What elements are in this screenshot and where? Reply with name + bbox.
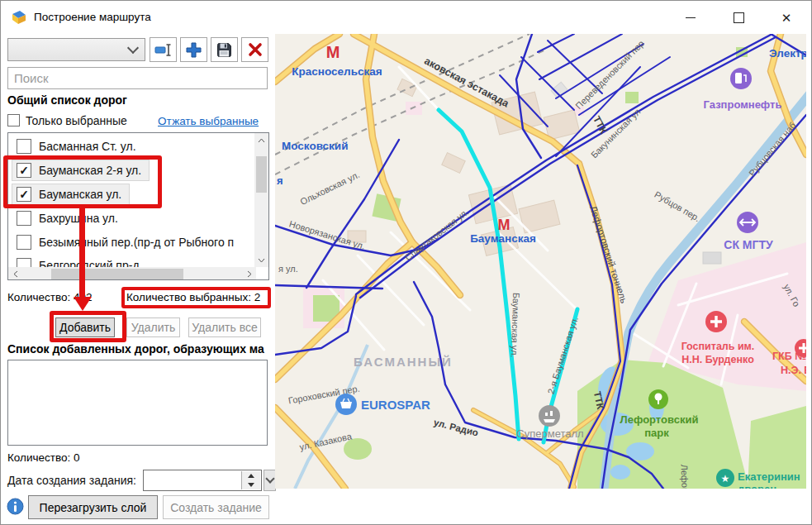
- only-selected-label: Только выбранные: [26, 114, 127, 127]
- only-selected-checkbox[interactable]: [7, 114, 20, 126]
- map-label-ya-ul: я ул.: [278, 264, 298, 274]
- rename-route-button[interactable]: [150, 37, 177, 62]
- added-section-title: Список добавленных дорог, образующих ма: [7, 342, 269, 356]
- annotation-box-selected-roads: [3, 155, 162, 208]
- map-label-elektro: Электр: [769, 47, 806, 60]
- scroll-thumb[interactable]: [256, 156, 267, 193]
- plus-icon: [185, 41, 202, 59]
- map-svg: М М: [275, 34, 806, 489]
- vertical-scrollbar[interactable]: [254, 133, 268, 267]
- item-checkbox[interactable]: [17, 211, 31, 226]
- map-label-gazprom: Газпромнефть: [704, 98, 782, 111]
- search-input[interactable]: [7, 67, 268, 89]
- added-roads-list[interactable]: [7, 360, 268, 446]
- metro-icon: М: [326, 43, 340, 61]
- scroll-down-icon[interactable]: [254, 253, 268, 267]
- add-route-button[interactable]: [180, 37, 207, 62]
- item-checkbox[interactable]: [17, 139, 31, 154]
- map-label-ya: я: [277, 174, 283, 187]
- spin-up-icon[interactable]: [242, 471, 260, 480]
- close-icon: ✕: [781, 12, 792, 24]
- date-dropdown-button[interactable]: [264, 470, 276, 491]
- map-label-sk-mgtu: СК МГТУ: [724, 238, 773, 251]
- chevron-down-icon: [127, 42, 139, 54]
- gas-station-icon: [730, 68, 752, 89]
- item-label: Бахрушина ул.: [39, 212, 118, 225]
- delete-all-button: Удалить все: [188, 317, 261, 337]
- map-label-gkb: ГКБ №: [772, 351, 806, 362]
- red-x-icon: [247, 41, 264, 58]
- unselect-all-link[interactable]: Отжать выбранные: [158, 115, 259, 127]
- annotation-arrow-line: [79, 208, 85, 298]
- scroll-thumb[interactable]: [51, 269, 183, 279]
- map-label-baumanskaya-station: Бауманская: [470, 232, 536, 245]
- item-label: Безымянный пер.(пр-д от Рыбного п: [39, 236, 234, 249]
- maximize-icon: [734, 12, 744, 23]
- hospital-icon: [705, 311, 727, 332]
- map-label-basmanny: БАСМАННЫЙ: [354, 355, 453, 369]
- save-icon: [216, 41, 233, 59]
- spin-down-icon[interactable]: [242, 480, 260, 489]
- task-date-input[interactable]: [143, 470, 262, 491]
- scroll-right-icon[interactable]: [242, 267, 256, 280]
- item-checkbox[interactable]: [17, 235, 31, 250]
- task-date-label: Дата создания задания:: [7, 474, 136, 487]
- map-label-supermetall: Суперметалл: [516, 427, 583, 440]
- palace-icon: ★: [716, 469, 734, 487]
- added-count: Количество: 0: [7, 451, 80, 464]
- chevron-down-icon: [265, 474, 274, 483]
- list-item[interactable]: Бахрушина ул.: [12, 207, 126, 230]
- minimize-button[interactable]: [672, 1, 710, 34]
- map-canvas[interactable]: М М: [275, 34, 806, 489]
- scroll-left-icon[interactable]: [8, 267, 22, 280]
- minimize-icon: [686, 17, 696, 18]
- map-label-lefort-park2: парк: [644, 427, 669, 439]
- window-title: Построение маршрута: [34, 11, 151, 23]
- roads-section-title: Общий список дорог: [7, 93, 127, 107]
- map-label-eurospar: EUROSPAR: [361, 398, 430, 412]
- rename-icon: [154, 41, 172, 59]
- sport-complex-icon: [737, 212, 758, 233]
- scroll-up-icon[interactable]: [254, 133, 268, 147]
- map-label-gospital2: Н.Н. Бурденко: [681, 354, 754, 365]
- map-label-gkb2: Н.Э. Ба: [781, 365, 806, 376]
- route-builder-window: Построение маршрута ✕ Общий списо: [0, 0, 812, 525]
- map-label-gospital: Госпиталь им.: [681, 341, 755, 352]
- map-label-krasnoselskaya: Красносельская: [292, 65, 382, 78]
- list-item[interactable]: Безымянный пер.(пр-д от Рыбного п: [12, 231, 242, 254]
- map-label-lefort-street: Лефор: [679, 464, 690, 489]
- save-route-button[interactable]: [211, 37, 238, 62]
- item-label: Басманная Ст. ул.: [39, 140, 136, 153]
- titlebar: Построение маршрута ✕: [1, 1, 811, 34]
- metro-icon: М: [498, 217, 510, 233]
- svg-text:★: ★: [721, 473, 730, 484]
- map-label-palace: Екатеринин: [738, 470, 800, 483]
- maximize-button[interactable]: [719, 1, 757, 34]
- close-button[interactable]: ✕: [767, 1, 805, 34]
- factory-icon: [539, 405, 560, 427]
- date-spinner[interactable]: [241, 471, 260, 489]
- annotation-arrow-head: [74, 297, 92, 311]
- create-task-button: Создать задание: [163, 495, 269, 519]
- info-icon[interactable]: [7, 498, 24, 515]
- park-icon: [648, 389, 668, 409]
- map-label-moskovsky: Московский: [282, 140, 348, 152]
- list-item[interactable]: Басманная Ст. ул.: [12, 135, 145, 158]
- route-profile-select[interactable]: [7, 38, 145, 61]
- annotation-box-selected-count: [121, 287, 271, 308]
- delete-route-button[interactable]: [241, 37, 268, 62]
- horizontal-scrollbar[interactable]: [8, 267, 256, 280]
- reload-layer-button[interactable]: Перезагрузить слой: [28, 495, 158, 519]
- app-icon: [11, 9, 27, 26]
- map-label-lefort-park: Лефортовский: [620, 413, 699, 426]
- map-label-palace2: дворец: [738, 483, 776, 489]
- delete-button: Удалить: [126, 317, 180, 337]
- annotation-box-add-button: [50, 311, 126, 342]
